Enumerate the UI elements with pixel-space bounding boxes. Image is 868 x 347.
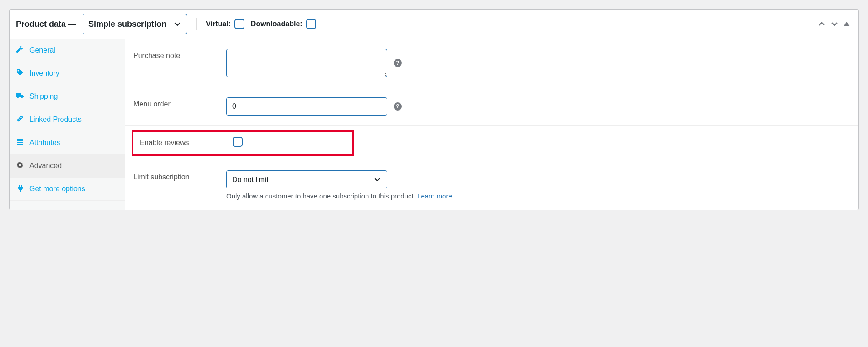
list-icon: [16, 138, 24, 147]
panel-up-icon[interactable]: [816, 18, 828, 30]
plug-icon: [16, 184, 24, 193]
tab-inventory[interactable]: Inventory: [10, 62, 125, 85]
tag-icon: [16, 69, 24, 78]
truck-icon: [16, 92, 24, 101]
tab-label: Get more options: [29, 185, 85, 193]
menu-order-label: Menu order: [133, 97, 217, 108]
enable-reviews-label: Enable reviews: [140, 137, 224, 147]
panel-header-controls: [816, 18, 852, 30]
tab-label: Attributes: [29, 139, 60, 147]
help-icon[interactable]: ?: [394, 102, 402, 111]
tab-get-more-options[interactable]: Get more options: [10, 178, 125, 201]
row-purchase-note: Purchase note ?: [125, 39, 858, 87]
virtual-label: Virtual:: [206, 20, 231, 28]
downloadable-checkbox[interactable]: [306, 19, 316, 29]
gear-icon: [16, 161, 24, 170]
row-menu-order: Menu order ?: [125, 87, 858, 126]
tab-label: General: [29, 46, 55, 54]
row-limit-subscription: Limit subscription Do not limit Only all…: [125, 160, 858, 210]
limit-subscription-hint: Only allow a customer to have one subscr…: [226, 192, 454, 200]
enable-reviews-checkbox[interactable]: [233, 137, 243, 147]
link-icon: [16, 115, 24, 124]
product-type-select[interactable]: Simple subscription: [83, 14, 187, 34]
purchase-note-textarea[interactable]: [226, 49, 387, 77]
wrench-icon: [16, 46, 24, 55]
learn-more-link[interactable]: Learn more: [417, 192, 452, 200]
product-data-panel: Product data — Simple subscription Virtu…: [9, 9, 859, 210]
enable-reviews-highlight: Enable reviews: [132, 130, 354, 156]
tab-general[interactable]: General: [10, 39, 125, 62]
tab-label: Shipping: [29, 92, 58, 101]
tab-advanced[interactable]: Advanced: [10, 154, 125, 178]
tab-attributes[interactable]: Attributes: [10, 131, 125, 154]
downloadable-option: Downloadable:: [251, 19, 316, 29]
tab-label: Inventory: [29, 69, 59, 77]
virtual-option: Virtual:: [206, 19, 244, 29]
virtual-checkbox[interactable]: [234, 19, 244, 29]
panel-header: Product data — Simple subscription Virtu…: [10, 10, 858, 39]
panel-toggle-icon[interactable]: [841, 19, 852, 29]
tab-label: Advanced: [29, 162, 62, 170]
limit-subscription-label: Limit subscription: [133, 170, 217, 181]
tab-label: Linked Products: [29, 116, 82, 124]
product-data-tabs: General Inventory Shipping Linked Produc…: [10, 39, 125, 210]
header-divider: [196, 18, 197, 30]
help-icon[interactable]: ?: [394, 59, 402, 67]
panel-body: General Inventory Shipping Linked Produc…: [10, 39, 858, 210]
panel-down-icon[interactable]: [829, 18, 840, 30]
menu-order-input[interactable]: [226, 97, 387, 116]
purchase-note-label: Purchase note: [133, 49, 217, 60]
downloadable-label: Downloadable:: [251, 20, 302, 28]
limit-subscription-select[interactable]: Do not limit: [226, 170, 387, 188]
panel-title: Product data —: [16, 19, 76, 29]
advanced-content: Purchase note ? Menu order ? Enable revi…: [125, 39, 858, 210]
tab-shipping[interactable]: Shipping: [10, 85, 125, 108]
tab-linked-products[interactable]: Linked Products: [10, 108, 125, 131]
